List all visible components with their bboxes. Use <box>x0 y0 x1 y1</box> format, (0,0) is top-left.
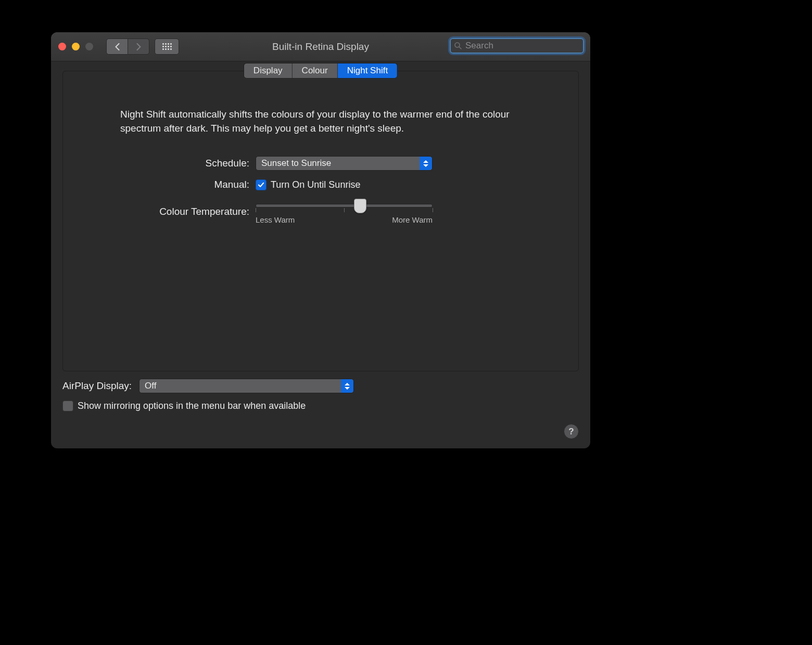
forward-button[interactable] <box>128 38 149 55</box>
zoom-window-button <box>85 43 93 50</box>
tab-colour[interactable]: Colour <box>293 63 338 78</box>
close-window-button[interactable] <box>58 43 66 50</box>
schedule-select[interactable]: Sunset to Sunrise <box>256 156 433 171</box>
slider-min-label: Less Warm <box>256 215 295 224</box>
mirroring-checkbox-label: Show mirroring options in the menu bar w… <box>78 401 306 411</box>
updown-icon <box>341 379 353 393</box>
airplay-select[interactable]: Off <box>139 379 354 393</box>
tab-bar: Display Colour Night Shift <box>244 63 398 79</box>
footer: AirPlay Display: Off Show mirroring opti… <box>62 379 579 411</box>
schedule-label: Schedule: <box>63 158 256 169</box>
svg-line-1 <box>459 47 461 49</box>
back-button[interactable] <box>106 38 128 55</box>
updown-icon <box>420 157 432 170</box>
manual-checkbox-label: Turn On Until Sunrise <box>271 179 360 190</box>
temperature-slider[interactable] <box>256 199 433 212</box>
manual-label: Manual: <box>63 179 256 190</box>
schedule-value: Sunset to Sunrise <box>261 158 331 169</box>
airplay-value: Off <box>145 381 156 391</box>
search-input[interactable] <box>464 40 580 51</box>
slider-max-label: More Warm <box>392 215 433 224</box>
slider-track <box>256 204 433 208</box>
show-all-prefs-button[interactable] <box>155 38 179 55</box>
window-controls <box>58 43 93 50</box>
search-icon <box>454 42 462 50</box>
slider-thumb[interactable] <box>354 199 366 213</box>
minimize-window-button[interactable] <box>72 43 80 50</box>
slider-tick <box>256 208 256 212</box>
settings-panel: Display Colour Night Shift Night Shift a… <box>62 71 579 371</box>
preferences-window: Built-in Retina Display Display Colour N… <box>51 32 590 448</box>
checkmark-icon <box>258 182 264 188</box>
apps-grid-icon <box>162 43 172 50</box>
temperature-label: Colour Temperature: <box>63 206 256 217</box>
tab-night-shift[interactable]: Night Shift <box>338 63 397 78</box>
slider-labels: Less Warm More Warm <box>256 215 433 224</box>
titlebar: Built-in Retina Display <box>51 32 590 61</box>
night-shift-description: Night Shift automatically shifts the col… <box>115 108 526 135</box>
help-icon: ? <box>568 427 574 437</box>
slider-tick <box>344 208 345 212</box>
help-button[interactable]: ? <box>564 424 579 439</box>
airplay-label: AirPlay Display: <box>62 380 132 392</box>
chevron-left-icon <box>115 43 120 50</box>
chevron-right-icon <box>136 43 142 50</box>
manual-checkbox[interactable] <box>256 179 267 190</box>
search-field[interactable] <box>450 38 584 54</box>
tab-display[interactable]: Display <box>244 63 293 78</box>
slider-tick <box>433 208 433 212</box>
nav-buttons <box>106 38 149 55</box>
mirroring-checkbox[interactable] <box>62 401 73 411</box>
content-area: Display Colour Night Shift Night Shift a… <box>51 61 590 419</box>
